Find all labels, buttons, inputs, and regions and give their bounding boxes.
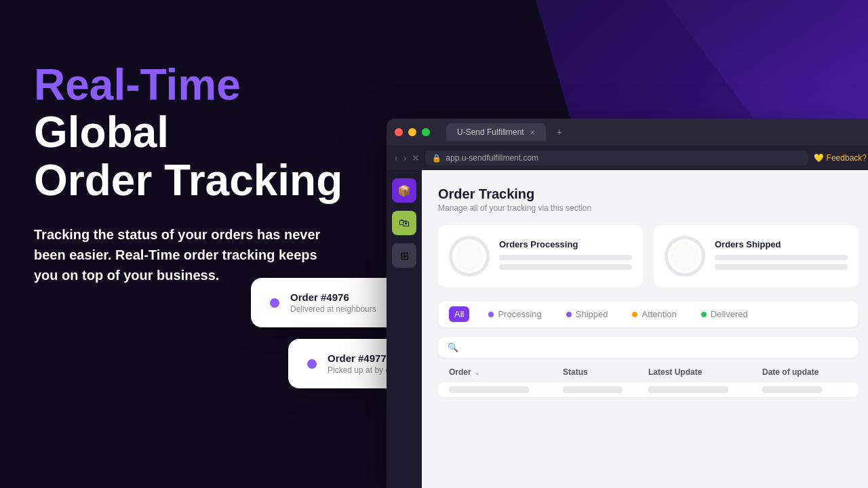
order-desc-1: Delivered at neighbours (290, 304, 392, 314)
stat-circle-shipped (665, 236, 705, 277)
left-section: Real-Time GlobalOrder Tracking Tracking … (34, 61, 373, 285)
headline-accent: Real-Time (34, 60, 241, 109)
feedback-button[interactable]: 💛 Feedback? (814, 153, 867, 163)
browser-tab[interactable]: U-Send Fulfillment ✕ (446, 123, 546, 141)
stat-bar-processing-2 (499, 264, 632, 270)
globe-icon: 🔒 (432, 154, 441, 163)
section-title: Order Tracking (438, 186, 859, 202)
tab-label: U-Send Fulfillment (457, 127, 524, 137)
browser-nav: ‹ › ✕ 🔒 app.u-sendfulfillment.com 💛 Feed… (387, 146, 868, 170)
stat-bar-shipped-1 (715, 255, 848, 260)
search-icon: 🔍 (448, 342, 458, 352)
stat-label-processing: Orders Processing (499, 239, 632, 249)
search-row[interactable]: 🔍 (438, 337, 859, 358)
tab-dot-delivered (701, 312, 707, 317)
browser-dot-green[interactable] (422, 128, 430, 136)
th-status: Status (563, 367, 648, 377)
tab-shipped[interactable]: Shipped (561, 306, 614, 322)
tabs-row: All Processing Shipped Attention Deliver… (438, 301, 859, 327)
table-row (438, 382, 859, 397)
shopify-icon: 🛍 (399, 217, 410, 229)
app-sidebar: 📦 🛍 ⊞ (387, 170, 422, 488)
stats-row: Orders Processing Orders Shipped (438, 225, 859, 287)
browser-dot-red[interactable] (395, 128, 403, 136)
order-number-1: Order #4976 (290, 291, 392, 303)
sort-icon-order[interactable]: ⌄ (474, 369, 479, 376)
cell-placeholder-2 (563, 386, 623, 393)
order-dot-1 (270, 298, 279, 308)
address-bar[interactable]: 🔒 app.u-sendfulfillment.com (425, 150, 808, 165)
sidebar-icon-logo[interactable]: 📦 (392, 178, 416, 203)
tab-add-icon[interactable]: + (557, 127, 562, 138)
tab-all[interactable]: All (449, 306, 469, 322)
stat-bar-processing-1 (499, 255, 632, 260)
tab-delivered[interactable]: Delivered (696, 306, 753, 322)
headline-rest: GlobalOrder Tracking (34, 108, 342, 204)
stat-card-processing: Orders Processing (438, 225, 643, 287)
stat-info-shipped: Orders Shipped (715, 239, 848, 274)
stat-label-shipped: Orders Shipped (715, 239, 848, 249)
stat-info-processing: Orders Processing (499, 239, 632, 274)
tab-dot-attention (632, 312, 637, 317)
nav-forward-icon[interactable]: › (403, 152, 407, 163)
stat-bar-shipped-2 (715, 264, 848, 270)
tab-processing[interactable]: Processing (483, 306, 547, 322)
cell-placeholder-3 (648, 386, 728, 393)
table-header: Order ⌄ Status Latest Update Date of upd… (438, 367, 859, 377)
app-main: Order Tracking Manage all of your tracki… (422, 170, 868, 488)
cell-placeholder-4 (762, 386, 822, 393)
browser-dot-yellow[interactable] (408, 128, 416, 136)
th-date-of-update: Date of update (762, 367, 848, 377)
subtext: Tracking the status of your orders has n… (34, 224, 326, 285)
stat-circle-processing (449, 236, 490, 277)
sidebar-icon-shopify[interactable]: 🛍 (392, 211, 416, 235)
url-text: app.u-sendfulfillment.com (446, 153, 538, 163)
grid-icon: ⊞ (400, 249, 409, 262)
logo-icon: 📦 (397, 184, 411, 197)
th-latest-update: Latest Update (648, 367, 762, 377)
section-subtitle: Manage all of your tracking via this sec… (438, 203, 859, 213)
app-content: 📦 🛍 ⊞ Order Tracking Manage all of your … (387, 170, 868, 488)
order-info-1: Order #4976 Delivered at neighbours (290, 291, 392, 314)
nav-back-icon[interactable]: ‹ (395, 152, 398, 163)
tab-dot-processing (488, 312, 494, 317)
order-dot-2 (307, 359, 317, 369)
stat-card-shipped: Orders Shipped (654, 225, 859, 287)
tab-dot-shipped (566, 312, 572, 317)
sidebar-icon-grid[interactable]: ⊞ (392, 243, 416, 268)
tab-attention[interactable]: Attention (627, 306, 682, 322)
browser-bar: U-Send Fulfillment ✕ + (387, 119, 868, 146)
th-order: Order ⌄ (449, 367, 563, 377)
tab-close-icon[interactable]: ✕ (530, 129, 535, 136)
headline: Real-Time GlobalOrder Tracking (34, 61, 373, 204)
cell-placeholder-1 (449, 386, 529, 393)
browser-window: U-Send Fulfillment ✕ + ‹ › ✕ 🔒 app.u-sen… (387, 119, 868, 488)
nav-close-icon[interactable]: ✕ (412, 152, 420, 163)
